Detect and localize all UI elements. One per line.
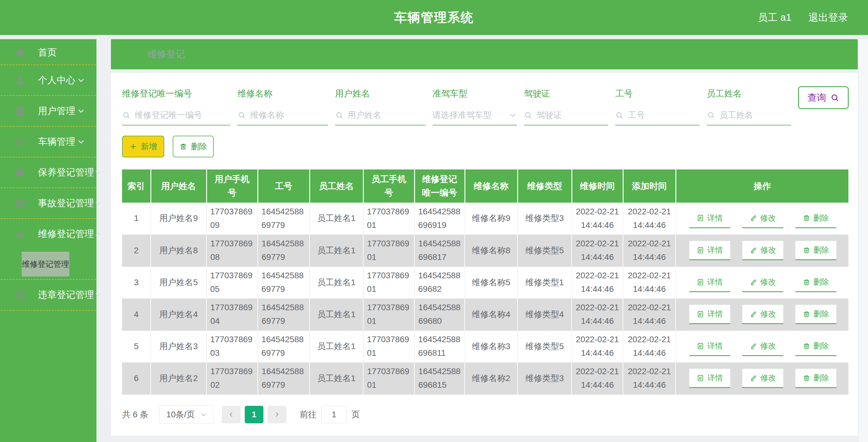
pen-icon [749, 214, 757, 222]
col-header-employee-id: 工号 [258, 170, 310, 203]
page-number-1[interactable]: 1 [245, 406, 264, 423]
remove-button[interactable]: 删除 [795, 369, 836, 388]
cell-repair-time: 2022-02-21 14:44:46 [572, 235, 623, 267]
document-icon [696, 246, 704, 254]
remove-button[interactable]: 删除 [795, 337, 836, 356]
goto-page-input[interactable] [321, 406, 347, 423]
cell-employee-id: 16454258869779 [258, 298, 310, 330]
cell-index: 2 [122, 235, 151, 267]
sidebar-item-accident-register[interactable]: 事故登记管理 [0, 188, 96, 218]
detail-button[interactable]: 详情 [689, 369, 730, 388]
pen-icon [749, 278, 757, 286]
sidebar-item-label: 违章登记管理 [38, 289, 94, 301]
page-size-select[interactable]: 10条/页 [159, 406, 214, 423]
prev-page-button[interactable] [222, 406, 241, 423]
col-header-add-time: 添加时间 [623, 170, 676, 203]
sidebar-subitem-label[interactable]: 维修登记管理 [22, 252, 69, 276]
sidebar-item-home[interactable]: 首页 [0, 40, 96, 64]
clipboard-icon [14, 105, 26, 117]
chevron-down-icon [76, 137, 86, 146]
detail-button[interactable]: 详情 [689, 273, 730, 292]
col-header-user-name: 用户姓名 [151, 170, 207, 203]
detail-button[interactable]: 详情 [689, 305, 730, 324]
header-right: 员工 a1 退出登录 [758, 0, 848, 35]
cell-employee-phone: 17703786901 [363, 362, 414, 394]
delete-button[interactable]: 删除 [173, 136, 214, 157]
logout-link[interactable]: 退出登录 [808, 11, 848, 24]
cell-repair-name: 维修名称3 [465, 330, 518, 362]
edit-button[interactable]: 修改 [742, 241, 783, 260]
detail-button[interactable]: 详情 [689, 337, 730, 356]
employee-id-input[interactable] [628, 110, 700, 120]
sidebar-item-vehicle-management[interactable]: 车辆管理 [0, 127, 96, 157]
cell-employee-name: 员工姓名1 [310, 362, 363, 394]
driver-license-input[interactable] [536, 110, 608, 120]
sidebar-subitem-repair-register[interactable]: 维修登记管理 [0, 249, 96, 279]
cell-add-time: 2022-02-21 14:44:46 [623, 330, 676, 362]
search-icon [707, 111, 715, 119]
sidebar-item-label: 事故登记管理 [38, 197, 94, 210]
select-placeholder: 请选择准驾车型 [433, 110, 492, 121]
document-icon [696, 310, 704, 318]
remove-button[interactable]: 删除 [795, 241, 836, 260]
add-button[interactable]: 新增 [122, 136, 164, 157]
pen-icon [749, 374, 757, 382]
remove-button[interactable]: 删除 [795, 209, 836, 228]
cell-register-id: 164542588696919 [414, 203, 465, 235]
next-page-button[interactable] [268, 406, 286, 423]
cell-register-id: 164542588696817 [414, 235, 465, 267]
cell-index: 1 [122, 203, 151, 235]
sidebar-item-violation-register[interactable]: 违章登记管理 [0, 280, 96, 310]
sidebar: 首页 个人中心 用户管理 车辆管理 [0, 39, 96, 442]
filter-repair-name: 维修名称 [238, 89, 328, 125]
table-row: 2 用户姓名8 17703786908 16454258869779 员工姓名1… [122, 235, 848, 267]
chevron-left-icon [227, 411, 235, 418]
edit-button[interactable]: 修改 [742, 337, 783, 356]
sidebar-item-label: 车辆管理 [38, 136, 76, 148]
chevron-right-icon [273, 411, 281, 418]
cell-employee-id: 16454258869779 [258, 330, 310, 362]
cell-repair-time: 2022-02-21 14:44:46 [572, 267, 623, 298]
remove-button[interactable]: 删除 [795, 305, 836, 324]
cell-user-phone: 17703786909 [207, 203, 258, 235]
cell-register-id: 16454258869680 [414, 298, 465, 330]
goto-unit: 页 [351, 409, 360, 420]
col-header-employee-name: 员工姓名 [310, 170, 363, 203]
add-button-label: 新增 [141, 141, 157, 152]
edit-button[interactable]: 修改 [742, 273, 783, 292]
employee-name-input[interactable] [719, 110, 791, 120]
edit-button[interactable]: 修改 [742, 209, 783, 228]
cell-employee-name: 员工姓名1 [310, 330, 363, 362]
filter-label: 工号 [615, 89, 700, 98]
edit-button[interactable]: 修改 [742, 305, 783, 324]
sidebar-item-user-management[interactable]: 用户管理 [0, 96, 96, 126]
repair-name-input[interactable] [250, 110, 328, 120]
page-size-value: 10条/页 [166, 409, 195, 420]
detail-button[interactable]: 详情 [689, 241, 730, 260]
plus-icon [129, 143, 137, 150]
search-button[interactable]: 查询 [798, 86, 849, 109]
remove-button[interactable]: 删除 [795, 273, 836, 292]
table-row: 5 用户姓名3 17703786903 16454258869779 员工姓名1… [122, 330, 848, 362]
cell-register-id: 164542588696811 [414, 330, 465, 362]
scrollbar-track[interactable] [859, 39, 868, 442]
briefcase-icon [14, 167, 26, 178]
user-name-input[interactable] [348, 110, 426, 120]
sidebar-item-maintenance-register[interactable]: 保养登记管理 [0, 157, 96, 187]
sidebar-item-repair-register[interactable]: 维修登记管理 [0, 219, 96, 249]
sidebar-item-personal-center[interactable]: 个人中心 [0, 65, 96, 95]
search-icon [615, 111, 624, 119]
trash-icon [803, 278, 810, 286]
license-type-select[interactable]: 请选择准驾车型 [433, 107, 517, 125]
bar-chart-icon [14, 228, 26, 240]
cell-register-id: 164542588696815 [414, 362, 465, 394]
detail-button[interactable]: 详情 [689, 209, 730, 228]
sidebar-item-label: 保养登记管理 [38, 166, 94, 179]
col-header-repair-type: 维修类型 [518, 170, 572, 203]
app-title: 车辆管理系统 [394, 9, 474, 26]
edit-button[interactable]: 修改 [742, 369, 783, 388]
cell-employee-id: 16454258869779 [258, 267, 310, 298]
cell-repair-time: 2022-02-21 14:44:46 [572, 362, 623, 394]
search-icon [122, 111, 130, 119]
repair-register-id-input[interactable] [135, 110, 230, 120]
